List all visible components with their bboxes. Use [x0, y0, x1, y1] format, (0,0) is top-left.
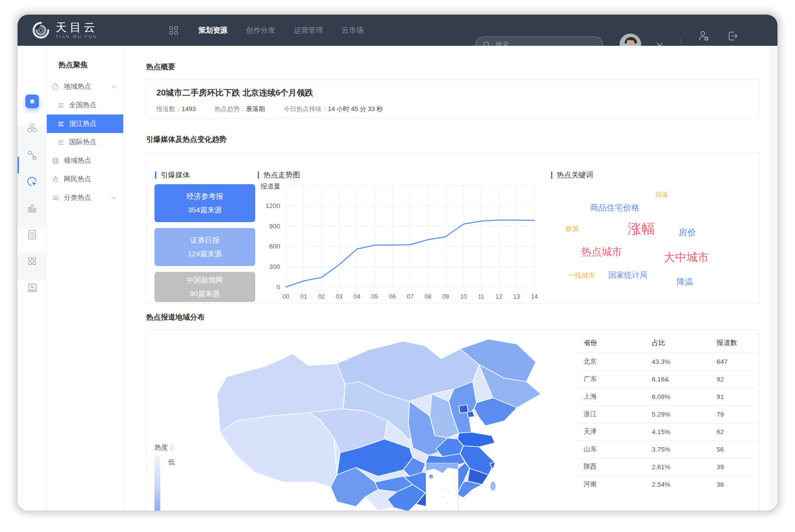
doc-check-icon[interactable] [18, 229, 47, 241]
chevron-down-icon [111, 196, 116, 200]
province-table: 省份占比报道数 北京43.3%647广东6.16&92上海6.09%91浙江5.… [576, 333, 755, 493]
media-card-1[interactable]: 证券日报124篇来源 [154, 228, 255, 266]
app-window: 天目云 TIAN MU YUN 策划资源创作分发运营管理云市场 [18, 15, 777, 511]
table-row[interactable]: 陕西2.61%39 [576, 458, 755, 475]
trend-card: 引爆媒体 热点走势图 热点关键词 经济参考报354篇来源证券日报124篇来源中国… [146, 152, 759, 304]
heat-legend-gradient [154, 456, 160, 511]
trend-chart: 0300600900120000010203040506070809101112… [258, 181, 538, 304]
section-title-map: 热点报道地域分布 [146, 313, 777, 322]
accent-bar [155, 171, 156, 179]
svg-text:14: 14 [531, 293, 538, 300]
logo-swirl-icon [31, 20, 51, 40]
summary-stat-0: 报道数：1493 [156, 105, 196, 114]
keyword-5[interactable]: 热点城市 [581, 245, 622, 259]
table-header-0: 省份 [576, 333, 652, 353]
svg-text:04: 04 [354, 293, 360, 300]
sidebar-item-label: 国际热点 [69, 138, 96, 147]
table-header-1: 占比 [652, 333, 717, 353]
svg-text:05: 05 [371, 293, 378, 300]
nav-item-3[interactable]: 云市场 [332, 15, 373, 46]
table-row[interactable]: 广东6.16&92 [576, 370, 755, 388]
sidebar-item-label: 领域热点 [64, 156, 91, 165]
monitor-icon[interactable] [18, 282, 47, 294]
keyword-6[interactable]: 大中城市 [664, 250, 709, 265]
keyword-4[interactable]: 房价 [679, 227, 696, 238]
table-row[interactable]: 北京43.3%647 [576, 353, 755, 370]
share-flow-icon[interactable] [18, 150, 47, 161]
sidebar-item-5[interactable]: 网民热点 [47, 170, 123, 189]
hotspot-globe-icon[interactable] [18, 176, 47, 189]
keyword-2[interactable]: 政策 [566, 225, 579, 233]
user-settings-icon[interactable] [698, 30, 710, 42]
keyword-1[interactable]: 商品住宅价格 [590, 202, 640, 213]
nav-item-2[interactable]: 运营管理 [284, 15, 332, 46]
media-subtitle: 引爆媒体 [155, 171, 190, 180]
sidebar-item-1[interactable]: 全国热点 [47, 96, 123, 114]
list-icon [57, 120, 65, 128]
hot-headline[interactable]: 20城市二手房环比下跌 北京连续6个月领跌 [156, 87, 749, 98]
svg-text:11: 11 [478, 293, 484, 300]
globe-icon [52, 157, 59, 165]
keyword-3[interactable]: 涨幅 [628, 220, 655, 238]
sidebar-item-6[interactable]: 分类热点 [47, 189, 123, 207]
sidebar-item-3[interactable]: 国际热点 [47, 133, 123, 152]
chart-subtitle: 热点走势图 [258, 171, 300, 180]
chevron-up-icon [111, 85, 116, 89]
svg-text:06: 06 [389, 293, 396, 300]
top-navbar: 天目云 TIAN MU YUN 策划资源创作分发运营管理云市场 [18, 15, 777, 46]
heat-legend-label: 热度： [154, 443, 175, 452]
table-row[interactable]: 浙江5.29%79 [576, 405, 755, 423]
table-header-2: 报道数 [717, 333, 755, 353]
scrollbar-track[interactable] [771, 46, 777, 511]
keyword-9[interactable]: 降温 [677, 276, 693, 287]
apps-icon[interactable] [18, 255, 47, 267]
search-list-icon [52, 194, 59, 202]
table-row[interactable]: 上海6.09%91 [576, 388, 755, 405]
svg-text:900: 900 [269, 223, 280, 230]
table-row[interactable]: 河南2.54%38 [576, 475, 755, 493]
table-row[interactable]: 天津4.15%62 [576, 423, 755, 440]
logo-subtitle: TIAN MU YUN [56, 34, 98, 39]
nav-item-1[interactable]: 创作分发 [237, 15, 284, 46]
keyword-8[interactable]: 国家统计局 [608, 270, 647, 281]
logout-icon[interactable] [727, 30, 739, 42]
table-row[interactable]: 山东3.75%56 [576, 440, 755, 458]
sidebar-item-label: 全国热点 [69, 101, 96, 110]
summary-stat-2: 今日热点持续：14 小时 45 分 33 秒 [284, 105, 383, 114]
sidebar-item-4[interactable]: 领域热点 [47, 152, 123, 170]
svg-text:07: 07 [407, 293, 414, 300]
sidebar-item-2[interactable]: 浙江热点 [47, 114, 123, 133]
logo[interactable]: 天目云 TIAN MU YUN [31, 20, 98, 40]
sidebar-item-0[interactable]: 地域热点 [47, 77, 123, 96]
apps-grid-icon[interactable] [169, 26, 178, 35]
icon-rail [18, 46, 47, 511]
team-icon[interactable] [18, 122, 47, 134]
keywords-subtitle: 热点关键词 [551, 171, 593, 180]
svg-text:1200: 1200 [265, 202, 280, 209]
map-card: 热度： 低 省份占比报道数 北京43.3%647广东6.16&9 [146, 330, 759, 511]
heat-legend-low: 低 [168, 458, 175, 467]
summary-stats: 报道数：1493热点趋势：衰落期今日热点持续：14 小时 45 分 33 秒 [156, 105, 749, 114]
bar-chart-icon[interactable] [18, 203, 47, 214]
nav-item-0[interactable]: 策划资源 [189, 15, 237, 46]
keyword-0[interactable]: 回落 [656, 190, 668, 199]
sidebar-item-label: 网民热点 [64, 175, 91, 184]
keyword-7[interactable]: 一线城市 [568, 271, 595, 280]
china-choropleth-map[interactable] [208, 335, 549, 511]
media-list: 经济参考报354篇来源证券日报124篇来源中国新闻网90篇来源 [154, 184, 255, 302]
svg-text:10: 10 [460, 293, 467, 300]
south-china-sea-inset [426, 463, 458, 511]
star-icon[interactable] [18, 95, 47, 108]
summary-card: 20城市二手房环比下跌 北京连续6个月领跌 报道数：1493热点趋势：衰落期今日… [146, 79, 759, 118]
media-card-0[interactable]: 经济参考报354篇来源 [154, 184, 255, 222]
panel-title: 热点聚焦 [47, 46, 123, 77]
primary-nav: 策划资源创作分发运营管理云市场 [189, 15, 373, 46]
main-content: 热点概要 20城市二手房环比下跌 北京连续6个月领跌 报道数：1493热点趋势：… [124, 46, 777, 511]
svg-text:13: 13 [513, 293, 520, 300]
touch-icon [52, 175, 59, 183]
svg-text:09: 09 [442, 293, 449, 300]
sidebar-item-label: 地域热点 [64, 82, 91, 91]
media-card-2[interactable]: 中国新闻网90篇来源 [154, 272, 255, 302]
svg-text:08: 08 [424, 293, 431, 300]
side-menu-panel: 热点聚焦 地域热点全国热点浙江热点国际热点领域热点网民热点分类热点 [47, 46, 124, 511]
